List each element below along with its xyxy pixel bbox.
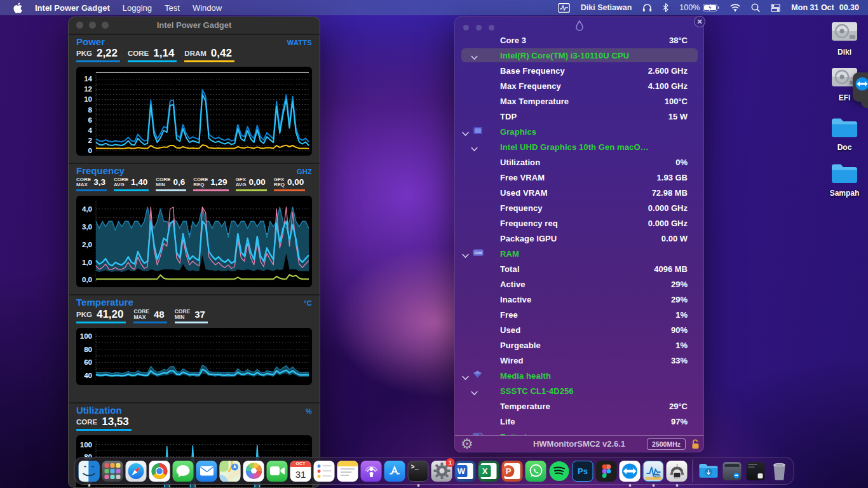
chevron-down-icon[interactable] bbox=[462, 373, 469, 383]
sensor-row[interactable]: Free1% bbox=[455, 307, 703, 322]
dock-safari[interactable] bbox=[126, 461, 147, 482]
chevron-down-icon[interactable] bbox=[462, 434, 469, 435]
sensor-row[interactable]: Frequency0.000 GHz bbox=[455, 200, 703, 215]
control-center-icon[interactable] bbox=[771, 4, 780, 12]
dock-podcasts[interactable] bbox=[361, 461, 382, 482]
sensor-row[interactable]: Max Frequency4.100 GHz bbox=[455, 78, 703, 93]
dock-maps[interactable] bbox=[220, 461, 241, 482]
sensor-row[interactable]: Life97% bbox=[455, 414, 703, 429]
sensor-group-row[interactable]: Graphics bbox=[455, 124, 703, 139]
sensor-group-row[interactable]: SSSTC CL1-4D256 bbox=[455, 383, 703, 398]
sensor-row[interactable]: Purgeable1% bbox=[455, 337, 703, 353]
dock-excel[interactable]: X bbox=[478, 461, 499, 482]
sensor-row[interactable]: Temperature29°C bbox=[455, 398, 703, 414]
dock-chrome[interactable] bbox=[149, 461, 170, 482]
sensor-group-row[interactable]: Intel(R) Core(TM) i3-10110U CPU bbox=[455, 48, 703, 63]
bluetooth-icon[interactable] bbox=[663, 3, 668, 12]
dock-photoshop[interactable]: Ps bbox=[573, 461, 593, 482]
hw-close-button[interactable]: ✕ bbox=[694, 16, 705, 27]
hw-zoom-dot[interactable] bbox=[489, 25, 494, 30]
zoom-button[interactable] bbox=[102, 22, 109, 29]
unlock-icon[interactable] bbox=[691, 439, 700, 452]
dock-teamviewer[interactable] bbox=[620, 461, 641, 482]
dock-photos[interactable] bbox=[243, 461, 264, 482]
sensor-row[interactable]: Total4096 MB bbox=[455, 261, 703, 276]
cpu-frequency-button[interactable]: 2500MHz bbox=[647, 438, 686, 450]
minimize-button[interactable] bbox=[89, 22, 96, 29]
dock-powerpoint[interactable]: P bbox=[502, 461, 523, 482]
desktop-icon-sampah[interactable]: Sampah bbox=[822, 161, 867, 198]
dock-spotify[interactable] bbox=[549, 461, 570, 482]
dock-trash[interactable] bbox=[769, 461, 790, 482]
dock-facetime[interactable] bbox=[267, 461, 288, 482]
sensor-row[interactable]: Free VRAM1.93 GB bbox=[455, 170, 703, 185]
stat-frequency-2: COREMIN0,6 bbox=[156, 177, 186, 191]
desktop-icon-doc[interactable]: Doc bbox=[822, 116, 867, 152]
dock-whatsapp[interactable] bbox=[526, 461, 546, 482]
dock: OCT31>_1WXPPsintel bbox=[74, 457, 794, 485]
menu-clock-date[interactable]: Mon 31 Oct bbox=[791, 3, 834, 12]
menu-window[interactable]: Window bbox=[186, 0, 228, 15]
battery-icon[interactable] bbox=[703, 4, 719, 11]
dock-calendar[interactable]: OCT31 bbox=[290, 461, 311, 482]
menu-clock-time[interactable]: 00.30 bbox=[839, 3, 859, 12]
dock-mail[interactable] bbox=[196, 461, 217, 482]
sensor-group-row[interactable]: Intel UHD Graphics 10th Gen macO… bbox=[455, 139, 703, 154]
dock-downloads[interactable] bbox=[698, 461, 719, 482]
dock-terminal[interactable]: >_ bbox=[408, 461, 429, 482]
desktop-icon-label: Sampah bbox=[830, 189, 860, 198]
headphones-icon[interactable] bbox=[642, 3, 652, 12]
dock-messages[interactable] bbox=[173, 461, 194, 482]
dock-hwmonitor[interactable] bbox=[667, 461, 688, 482]
teamviewer-edge-panel[interactable] bbox=[853, 72, 868, 102]
dock-notes[interactable] bbox=[337, 461, 358, 482]
dock-window-thumb-2[interactable] bbox=[745, 461, 766, 482]
dock-reminders[interactable] bbox=[314, 461, 335, 482]
sensor-row[interactable]: Base Frequency2.600 GHz bbox=[455, 63, 703, 78]
sensor-row[interactable]: Active29% bbox=[455, 276, 703, 292]
sensor-row[interactable]: Wired33% bbox=[455, 353, 703, 368]
chevron-down-icon[interactable] bbox=[471, 388, 478, 398]
menu-app-name[interactable]: Intel Power Gadget bbox=[29, 0, 116, 15]
stat-power-2: DRAM0,42 bbox=[184, 48, 234, 62]
chevron-down-icon[interactable] bbox=[462, 251, 469, 261]
sensor-row[interactable]: Inactive29% bbox=[455, 292, 703, 307]
chevron-down-icon[interactable] bbox=[471, 144, 478, 154]
chevron-down-icon[interactable] bbox=[471, 53, 478, 62]
sensor-row[interactable]: Package IGPU0.00 W bbox=[455, 231, 703, 246]
spotlight-search-icon[interactable] bbox=[751, 3, 760, 12]
dock-finder[interactable] bbox=[79, 461, 100, 482]
wifi-icon[interactable] bbox=[730, 4, 740, 11]
dock-launchpad[interactable] bbox=[102, 461, 123, 482]
dock-intel-power-gadget[interactable]: intel bbox=[643, 461, 664, 482]
dock-settings[interactable]: 1 bbox=[431, 461, 452, 482]
chart-frequency: 0,01,02,03,04,0 bbox=[76, 196, 312, 287]
apple-menu[interactable] bbox=[6, 0, 29, 15]
dock-appstore[interactable] bbox=[384, 461, 405, 482]
close-button[interactable] bbox=[76, 22, 83, 29]
desktop-icon-diki[interactable]: Diki bbox=[822, 19, 867, 57]
sensor-value: 97% bbox=[671, 417, 688, 426]
hw-close-dot[interactable] bbox=[463, 25, 469, 30]
menu-user-name[interactable]: Diki Setiawan bbox=[581, 3, 632, 12]
power-gadget-menu-icon[interactable] bbox=[558, 3, 570, 13]
hw-minimize-dot[interactable] bbox=[476, 25, 482, 30]
dock-figma[interactable] bbox=[596, 461, 617, 482]
dock-word[interactable]: W bbox=[455, 461, 476, 482]
menu-test[interactable]: Test bbox=[158, 0, 186, 15]
dock-window-thumb-1[interactable] bbox=[722, 461, 743, 482]
sensor-row[interactable]: Frequency req0.000 GHz bbox=[455, 215, 703, 231]
chevron-down-icon[interactable] bbox=[462, 129, 469, 139]
menu-logging[interactable]: Logging bbox=[116, 0, 158, 15]
stat-frequency-4: GFXAVG0,00 bbox=[236, 177, 267, 191]
sensor-group-row[interactable]: RAMRAM bbox=[455, 246, 703, 261]
sensor-group-row[interactable]: Batteries bbox=[455, 429, 703, 435]
sensor-row[interactable]: Used VRAM72.98 MB bbox=[455, 185, 703, 200]
sensor-row[interactable]: Max Temperature100°C bbox=[455, 93, 703, 109]
sensor-group-row[interactable]: Media health bbox=[455, 368, 703, 383]
sensor-row[interactable]: TDP15 W bbox=[455, 109, 703, 124]
sensor-row[interactable]: Core 338°C bbox=[455, 32, 703, 48]
sensor-row[interactable]: Utilization0% bbox=[455, 154, 703, 170]
battery-percent: 100% bbox=[679, 3, 700, 12]
sensor-row[interactable]: Used90% bbox=[455, 322, 703, 337]
